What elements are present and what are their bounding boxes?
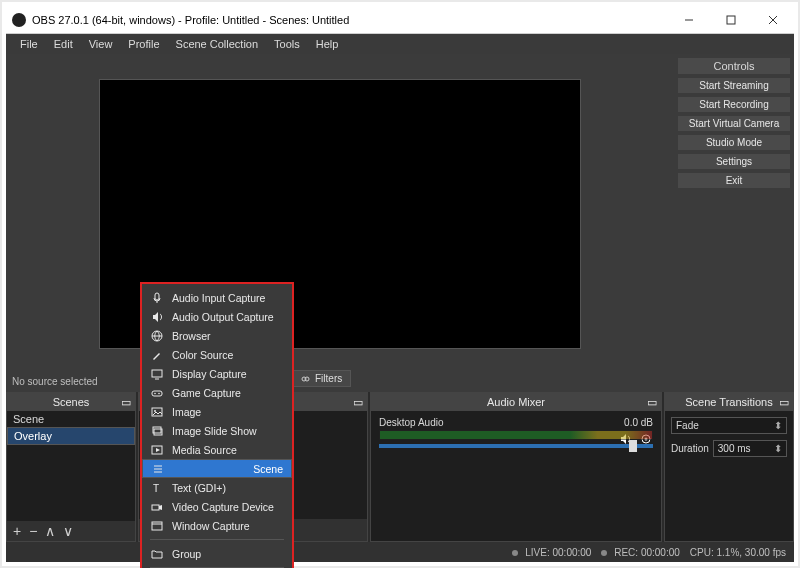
context-menu-item-label: Audio Input Capture [172, 292, 265, 304]
scene-item[interactable]: Overlay [7, 427, 135, 445]
scene-down-button[interactable]: ∨ [63, 523, 73, 539]
camera-icon [150, 500, 164, 514]
context-menu-item-label: Window Capture [172, 520, 250, 532]
studio-mode-button[interactable]: Studio Mode [678, 135, 790, 150]
svg-rect-1 [727, 16, 735, 24]
speaker-icon [150, 310, 164, 324]
window-icon [150, 519, 164, 533]
filters-button[interactable]: Filters [292, 370, 351, 387]
context-menu-item-label: Browser [172, 330, 211, 342]
transition-duration-input[interactable]: 300 ms [713, 440, 787, 457]
chevron-icon [774, 420, 782, 431]
filters-icon [301, 374, 311, 384]
scenes-popout-icon[interactable]: ▭ [121, 396, 131, 409]
scene-item[interactable]: Scene [7, 411, 135, 427]
menu-separator [150, 539, 284, 540]
transition-duration-value: 300 ms [718, 443, 751, 454]
menubar: File Edit View Profile Scene Collection … [6, 34, 794, 54]
start-virtual-camera-button[interactable]: Start Virtual Camera [678, 116, 790, 131]
scene-up-button[interactable]: ∧ [45, 523, 55, 539]
status-bar: LIVE: 00:00:00 REC: 00:00:00 CPU: 1.1%, … [6, 542, 794, 562]
window-title: OBS 27.0.1 (64-bit, windows) - Profile: … [32, 14, 668, 26]
menu-help[interactable]: Help [308, 36, 347, 52]
close-button[interactable] [752, 6, 794, 33]
rec-time: 00:00:00 [641, 547, 680, 558]
no-source-selected-label: No source selected [6, 374, 794, 392]
controls-dock: Controls Start Streaming Start Recording… [674, 54, 794, 374]
slides-icon [150, 424, 164, 438]
context-menu-item-label: Media Source [172, 444, 237, 456]
menu-edit[interactable]: Edit [46, 36, 81, 52]
titlebar: OBS 27.0.1 (64-bit, windows) - Profile: … [6, 6, 794, 34]
settings-button[interactable]: Settings [678, 154, 790, 169]
menu-file[interactable]: File [12, 36, 46, 52]
audio-mixer-panel: Audio Mixer ▭ Desktop Audio 0.0 dB [370, 392, 662, 542]
mixer-track-name: Desktop Audio [379, 417, 444, 428]
app-icon [12, 13, 26, 27]
sources-popout-icon[interactable]: ▭ [353, 396, 363, 409]
context-menu-item[interactable]: Game Capture [142, 383, 292, 402]
svg-text:T: T [153, 483, 159, 494]
scene-add-button[interactable]: + [13, 523, 21, 539]
list-icon [151, 462, 165, 476]
context-menu-item-label: Image Slide Show [172, 425, 257, 437]
folder-icon [150, 547, 164, 561]
menu-profile[interactable]: Profile [120, 36, 167, 52]
spinner-icon[interactable] [774, 443, 782, 454]
context-menu-item-label: Display Capture [172, 368, 247, 380]
svg-point-14 [154, 392, 156, 394]
context-menu-item[interactable]: Color Source [142, 345, 292, 364]
svg-rect-13 [152, 391, 162, 396]
mixer-popout-icon[interactable]: ▭ [647, 396, 657, 409]
monitor-icon [150, 367, 164, 381]
context-menu-item[interactable]: Display Capture [142, 364, 292, 383]
scenes-header: Scenes [53, 396, 90, 408]
maximize-button[interactable] [710, 6, 752, 33]
transition-select[interactable]: Fade [671, 417, 787, 434]
mixer-track-level: 0.0 dB [624, 417, 653, 428]
scene-remove-button[interactable]: − [29, 523, 37, 539]
brush-icon [150, 348, 164, 362]
context-menu-item-label: Group [172, 548, 201, 560]
menu-view[interactable]: View [81, 36, 121, 52]
context-menu-item[interactable]: Window Capture [142, 516, 292, 535]
scene-transitions-panel: Scene Transitions ▭ Fade Duration 300 ms [664, 392, 794, 542]
menu-tools[interactable]: Tools [266, 36, 308, 52]
transitions-popout-icon[interactable]: ▭ [779, 396, 789, 409]
context-menu-item[interactable]: Image [142, 402, 292, 421]
context-menu-item[interactable]: Audio Output Capture [142, 307, 292, 326]
context-menu-item-label: Audio Output Capture [172, 311, 274, 323]
controls-header: Controls [678, 58, 790, 74]
context-menu-item[interactable]: Audio Input Capture [142, 288, 292, 307]
exit-button[interactable]: Exit [678, 173, 790, 188]
context-menu-item-label: Video Capture Device [172, 501, 274, 513]
context-menu-item[interactable]: TText (GDI+) [142, 478, 292, 497]
minimize-button[interactable] [668, 6, 710, 33]
context-menu-item-label: Scene [253, 463, 283, 475]
image-icon [150, 405, 164, 419]
filters-label: Filters [315, 373, 342, 384]
context-menu-item-label: Color Source [172, 349, 233, 361]
context-menu-item[interactable]: Group [142, 544, 292, 563]
scenes-panel: Scenes ▭ Scene Overlay + − ∧ ∨ [6, 392, 136, 542]
rec-label: REC: [614, 547, 638, 558]
context-menu-item[interactable]: Scene [142, 459, 292, 478]
context-menu-item[interactable]: Image Slide Show [142, 421, 292, 440]
text-icon: T [150, 481, 164, 495]
start-streaming-button[interactable]: Start Streaming [678, 78, 790, 93]
transitions-header: Scene Transitions [685, 396, 772, 408]
menu-scene-collection[interactable]: Scene Collection [168, 36, 267, 52]
context-menu-item[interactable]: Video Capture Device [142, 497, 292, 516]
live-label: LIVE: [525, 547, 549, 558]
mixer-volume-slider[interactable] [379, 444, 653, 448]
live-indicator-icon [512, 550, 518, 556]
context-menu-item[interactable]: Browser [142, 326, 292, 345]
app-window: OBS 27.0.1 (64-bit, windows) - Profile: … [6, 6, 794, 562]
svg-rect-26 [152, 522, 162, 530]
context-menu-item-label: Image [172, 406, 201, 418]
gamepad-icon [150, 386, 164, 400]
preview-area[interactable] [10, 58, 670, 370]
context-menu-item[interactable]: Media Source [142, 440, 292, 459]
start-recording-button[interactable]: Start Recording [678, 97, 790, 112]
cpu-stats: CPU: 1.1%, 30.00 fps [690, 547, 786, 558]
